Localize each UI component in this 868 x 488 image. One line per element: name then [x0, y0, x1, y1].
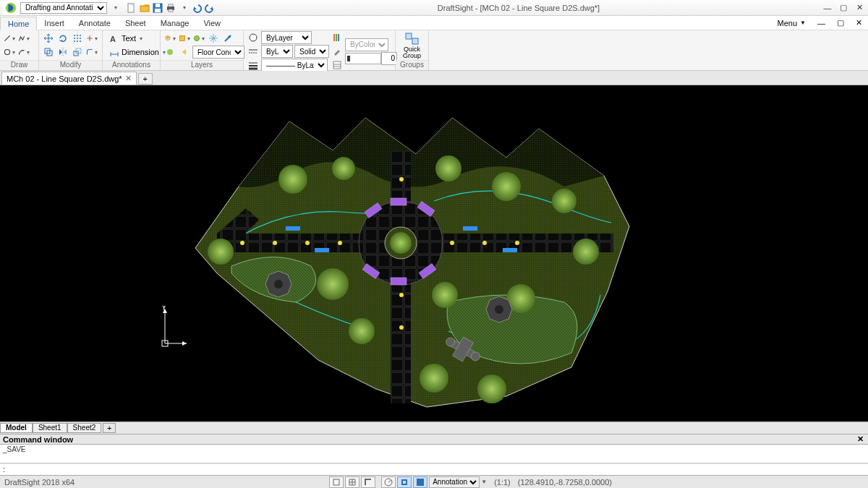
arc-tool[interactable]	[17, 46, 30, 59]
linestyle-select[interactable]: Solid line	[294, 45, 329, 58]
redo-icon[interactable]	[204, 2, 216, 14]
grid-toggle[interactable]	[345, 476, 359, 488]
app-logo[interactable]	[3, 1, 19, 15]
list-props-button[interactable]	[331, 31, 344, 44]
tab-view[interactable]: View	[196, 16, 228, 30]
array-tool[interactable]	[71, 32, 84, 45]
dimension-tool[interactable]: Dimension	[106, 46, 169, 59]
transparency-input[interactable]	[381, 52, 397, 65]
undo-icon[interactable]	[191, 2, 203, 14]
menu-dropdown[interactable]: Menu▼	[772, 16, 812, 30]
command-window-close[interactable]: ✕	[855, 435, 865, 444]
linetype-icon[interactable]	[247, 45, 260, 58]
print-icon[interactable]	[165, 2, 176, 14]
layer-match-button[interactable]	[221, 32, 234, 45]
file-tab[interactable]: MCh 02 - Line Square D2S.dwg*✕	[1, 72, 137, 85]
new-file-icon[interactable]	[126, 2, 137, 14]
sheet-tab-model[interactable]: Model	[0, 423, 33, 433]
panel-title-layers: Layers	[161, 60, 243, 70]
svg-point-82	[332, 157, 355, 180]
close-button[interactable]: ✕	[854, 3, 865, 13]
color-select[interactable]: ByLayer	[261, 31, 312, 44]
ortho-toggle[interactable]	[361, 476, 375, 488]
snap-toggle[interactable]	[329, 476, 344, 488]
props-dropper-button[interactable]	[331, 45, 344, 58]
props-panel-button[interactable]	[331, 59, 344, 72]
svg-rect-28	[179, 35, 184, 40]
tab-home[interactable]: Home	[0, 17, 37, 30]
svg-line-9	[4, 35, 9, 40]
svg-point-85	[552, 189, 576, 213]
bycolor-select[interactable]: ByColor	[345, 38, 388, 51]
text-tool[interactable]: AText	[106, 32, 169, 45]
svg-point-93	[573, 239, 599, 265]
svg-point-70	[240, 241, 244, 245]
layer-state-button[interactable]	[178, 32, 191, 45]
tab-annotate[interactable]: Annotate	[72, 16, 118, 30]
svg-rect-69	[503, 248, 517, 252]
color-swatch[interactable]	[247, 31, 260, 44]
print-menu-button[interactable]	[178, 2, 190, 14]
restore-button[interactable]: ▢	[838, 3, 849, 13]
layer-freeze-button[interactable]	[207, 32, 220, 45]
add-sheet-button[interactable]: +	[103, 423, 116, 433]
rotate-tool[interactable]	[56, 32, 69, 45]
svg-point-30	[167, 49, 173, 55]
workspace-list-button[interactable]	[109, 1, 122, 14]
circle-tool[interactable]	[3, 46, 16, 59]
panel-layers: Floor Concr Layers	[161, 30, 244, 70]
status-bar: DraftSight 2018 x64 Annotation ▼ (1:1) (…	[0, 475, 868, 488]
quick-group-button[interactable]	[404, 32, 421, 46]
svg-rect-43	[406, 33, 412, 39]
save-icon[interactable]	[152, 2, 163, 14]
add-file-tab-button[interactable]: +	[138, 73, 153, 85]
layer-iso-button[interactable]	[192, 32, 205, 45]
panel-annotations: AText Dimension Annotations	[103, 30, 161, 70]
copy-tool[interactable]	[42, 46, 55, 59]
line-tool[interactable]	[3, 32, 16, 45]
scale-tool[interactable]	[71, 46, 84, 59]
sheet-tabs: Model Sheet1 Sheet2 +	[0, 421, 868, 434]
open-file-icon[interactable]	[139, 2, 150, 14]
annotation-scale-select[interactable]: Annotation	[429, 476, 480, 488]
esnap-toggle[interactable]	[397, 476, 412, 488]
sheet-tab-sheet2[interactable]: Sheet2	[67, 423, 102, 433]
tab-manage[interactable]: Manage	[153, 16, 197, 30]
svg-point-21	[80, 40, 81, 42]
drawing-canvas[interactable]: Y	[0, 85, 868, 421]
layer-previous-button[interactable]	[178, 46, 191, 59]
tab-sheet[interactable]: Sheet	[118, 16, 153, 30]
command-window-header: Command window ✕	[0, 434, 868, 445]
doc-restore-button[interactable]: ▢	[831, 16, 850, 30]
workspace-select[interactable]: Drafting and Annotation	[20, 2, 107, 14]
sheet-tab-sheet1[interactable]: Sheet1	[33, 423, 67, 433]
layer-manager-button[interactable]	[163, 32, 176, 45]
layer-select[interactable]: Floor Concr	[192, 46, 244, 59]
polar-toggle[interactable]	[381, 476, 396, 488]
layer-on-icon[interactable]	[163, 46, 176, 59]
doc-minimize-button[interactable]: —	[812, 16, 831, 30]
etrack-toggle[interactable]	[413, 476, 427, 488]
linetype-select[interactable]: ByLayer	[261, 45, 293, 58]
svg-point-84	[492, 172, 521, 201]
svg-rect-5	[155, 9, 161, 12]
svg-point-79	[399, 177, 404, 181]
lineweight-select[interactable]: ———— ByLayerByLayer	[261, 59, 328, 72]
close-tab-icon[interactable]: ✕	[125, 74, 132, 83]
mirror-tool[interactable]	[56, 46, 69, 59]
lineweight-icon[interactable]	[247, 59, 260, 72]
panel-modify: Modify	[39, 30, 103, 70]
trim-tool[interactable]	[85, 32, 98, 45]
tab-insert[interactable]: Insert	[37, 16, 72, 30]
panel-draw: Draw	[0, 30, 39, 70]
move-tool[interactable]	[42, 32, 55, 45]
svg-point-98	[495, 305, 503, 314]
window-title: DraftSight - [MCh 02 - Line Square D2S.d…	[216, 4, 822, 12]
polyline-tool[interactable]	[17, 32, 30, 45]
command-input[interactable]	[0, 463, 868, 475]
doc-close-button[interactable]: ✕	[850, 16, 868, 30]
svg-point-17	[77, 38, 78, 39]
fillet-tool[interactable]	[85, 46, 98, 59]
svg-point-75	[482, 241, 487, 245]
minimize-button[interactable]: —	[822, 3, 833, 13]
